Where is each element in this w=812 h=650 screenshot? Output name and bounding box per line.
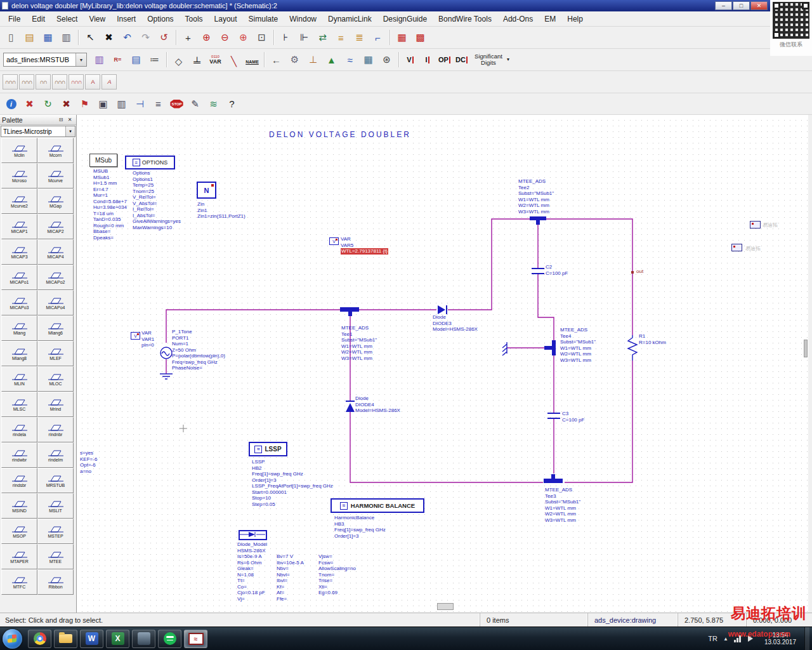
palette-item[interactable]: Mrind	[37, 392, 74, 417]
em-clear-button[interactable]: ▩	[412, 29, 429, 46]
menu-item[interactable]: Help	[561, 13, 589, 25]
palette-item[interactable]: rindnbr	[37, 417, 74, 442]
redo-button[interactable]: ↷	[137, 29, 154, 46]
data-display-button[interactable]: ▦	[360, 51, 377, 69]
dc-annotation-button[interactable]: DC	[454, 51, 469, 69]
palette-item[interactable]: Mcroso	[1, 163, 37, 189]
insert-wire-tool-button[interactable]: ╲	[225, 51, 242, 69]
significant-digits-select[interactable]: Significant Digits▾	[471, 51, 510, 69]
select-arrow-button[interactable]: ↖	[82, 29, 99, 46]
new-window-button[interactable]: ▣	[95, 95, 112, 112]
taskbar-media-button[interactable]	[132, 630, 155, 648]
palette-item[interactable]: MTEE	[37, 544, 74, 569]
palette-item[interactable]: Mcurve	[37, 163, 74, 189]
palette-item[interactable]: MICAPo2	[37, 265, 74, 290]
taskbar-explorer-button[interactable]	[54, 630, 77, 648]
palette-item[interactable]: MICAP2	[37, 214, 74, 239]
split-window-button[interactable]: ▥	[113, 95, 130, 112]
palette-item[interactable]: MLEF	[37, 341, 74, 366]
horizontal-scrollbar-thumb[interactable]	[437, 603, 454, 610]
undo-button[interactable]: ↶	[119, 29, 136, 46]
help-pointer-button[interactable]: ?	[223, 95, 240, 112]
start-button[interactable]	[3, 629, 22, 649]
palette-item[interactable]: rindsbr	[1, 468, 37, 493]
delete-button[interactable]: ✖	[100, 29, 117, 46]
menu-item[interactable]: Edit	[26, 13, 51, 25]
menu-item[interactable]: Simulate	[243, 13, 284, 25]
coupled-line-tool-1[interactable]: ∩∩∩	[3, 74, 18, 90]
menu-item[interactable]: Layout	[209, 13, 243, 25]
insert-pin-button[interactable]: ⊦	[277, 29, 294, 46]
print-button[interactable]: ▥	[58, 29, 75, 46]
palette-item[interactable]: rindwbr	[1, 442, 37, 468]
annotate-text-italic-tool[interactable]: A	[102, 74, 117, 90]
check-design-button[interactable]: ✖	[58, 95, 75, 112]
menu-item[interactable]: Window	[284, 13, 322, 25]
component-combo[interactable]: ads_tlines:MRSTUB ▾	[3, 53, 87, 67]
zoom-area-button[interactable]: ⊕	[198, 29, 215, 46]
save-design-button[interactable]: ▦	[39, 29, 56, 46]
align-horizontal-button[interactable]: ≡	[332, 29, 350, 46]
menu-item[interactable]: DynamicLink	[322, 13, 377, 25]
coupled-line-tool-3[interactable]: ∩∩	[36, 74, 51, 90]
library-browser-button[interactable]: ▤	[128, 51, 145, 69]
coupled-line-red-tool[interactable]: ∩∩∩	[69, 74, 84, 90]
show-desktop-button[interactable]	[804, 627, 809, 650]
wire-label-button[interactable]: ←	[268, 51, 285, 69]
insert-ground-button[interactable]: ╧	[188, 51, 206, 69]
palette-item[interactable]: rindela	[1, 417, 37, 442]
current-annotation-button[interactable]: I	[419, 51, 435, 69]
taskbar-word-button[interactable]: W	[80, 630, 103, 648]
display-palette-button[interactable]: ▥	[91, 51, 108, 69]
menu-item[interactable]: Tools	[180, 13, 209, 25]
palette-item[interactable]: MICAPo3	[1, 290, 37, 315]
palette-item[interactable]: MICAPo1	[1, 265, 37, 290]
palette-item[interactable]: Mcurve2	[1, 189, 37, 214]
coupled-line-tool-2[interactable]: ∩∩∩	[19, 74, 34, 90]
palette-item[interactable]: MLOC	[37, 366, 74, 392]
schematic-canvas[interactable]	[77, 115, 808, 613]
resistor-shortcut-button[interactable]: R=	[109, 51, 126, 69]
palette-item[interactable]: MGap	[37, 189, 74, 214]
palette-item[interactable]: MTFC	[1, 569, 37, 595]
insert-port-button[interactable]: ⊩	[296, 29, 313, 46]
simulate-button[interactable]: ▲	[323, 51, 340, 69]
design-flag-button[interactable]: ⚑	[76, 95, 93, 112]
menu-item[interactable]: EM	[539, 13, 561, 25]
palette-item[interactable]: MLSC	[1, 392, 37, 417]
palette-category-select[interactable]: TLines-Microstrip ▾	[1, 126, 75, 137]
menu-item[interactable]: File	[3, 13, 26, 25]
stop-simulation-button[interactable]: STOP	[168, 95, 185, 112]
palette-item[interactable]: MICAP1	[1, 214, 37, 239]
palette-item[interactable]: MICAPo4	[37, 290, 74, 315]
swap-component-button[interactable]: ⇄	[314, 29, 331, 46]
voltage-annotation-button[interactable]: V	[402, 51, 418, 69]
component-history-button[interactable]: ≔	[146, 51, 163, 69]
palette-item[interactable]: MSOP	[1, 519, 37, 544]
menu-item[interactable]: Select	[51, 13, 83, 25]
palette-item[interactable]: Mlang8	[1, 341, 37, 366]
palette-item[interactable]: MSTEP	[37, 519, 74, 544]
pin-to-pin-button[interactable]: ⊣	[131, 95, 148, 112]
maximize-button[interactable]: □	[733, 1, 750, 10]
insert-wire-button[interactable]: ⌐	[369, 29, 386, 46]
show-hidden-icons-button[interactable]: ▲	[723, 636, 728, 642]
palette-item[interactable]: Mcorn	[37, 138, 74, 163]
pan-view-button[interactable]: +	[180, 29, 197, 46]
palette-item[interactable]: MSIND	[1, 493, 37, 519]
netlist-view-button[interactable]: ≡	[150, 95, 167, 112]
coupled-line-boxed-tool[interactable]: ∩∩∩	[52, 74, 67, 90]
rotate-button[interactable]: ↺	[155, 29, 173, 46]
taskbar-excel-button[interactable]: X	[106, 630, 129, 648]
simulation-settings-button[interactable]: ⚙	[286, 51, 303, 69]
palette-item[interactable]: MSLIT	[37, 493, 74, 519]
palette-item[interactable]: MTAPER	[1, 544, 37, 569]
taskbar-chrome-button[interactable]	[28, 630, 51, 648]
palette-item[interactable]: Mclin	[1, 138, 37, 163]
new-design-button[interactable]: ▯	[3, 29, 20, 46]
palette-item[interactable]: Mlang	[1, 315, 37, 341]
insert-netname-button[interactable]: NAME	[244, 51, 261, 69]
minimize-button[interactable]: –	[715, 1, 732, 10]
palette-dock-button[interactable]: ⊟	[56, 116, 65, 124]
palette-item[interactable]: MRSTUB	[37, 468, 74, 493]
